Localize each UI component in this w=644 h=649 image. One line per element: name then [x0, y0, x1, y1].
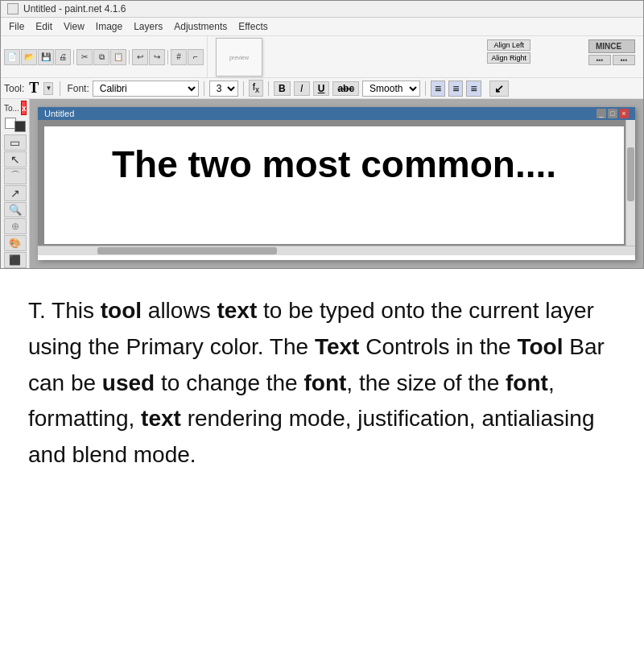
- ruler-icon[interactable]: ⌐: [188, 49, 204, 65]
- menu-layers[interactable]: Layers: [129, 19, 167, 34]
- menu-file[interactable]: File: [4, 19, 29, 34]
- paint-net-window: Untitled - paint.net 4.1.6 File Edit Vie…: [0, 0, 644, 269]
- white-page: The two most common....: [44, 126, 624, 244]
- document-canvas: Untitled _ □ × The two most common....: [38, 107, 635, 260]
- justify-left-button[interactable]: ≡: [431, 81, 445, 97]
- canvas-scroll: The two most common....: [38, 120, 635, 255]
- align-right-button[interactable]: Align Right: [487, 52, 530, 64]
- cut-icon[interactable]: ✂: [76, 49, 93, 65]
- explanation-area: T. This tool allows text to be typed ont…: [0, 269, 644, 490]
- save-icon[interactable]: 💾: [38, 49, 54, 65]
- font-size-select[interactable]: 36 24 48: [209, 81, 238, 97]
- align-section: Align Left Align Right: [487, 39, 530, 64]
- separator-4: [60, 81, 60, 96]
- align-left-button[interactable]: Align Left: [487, 39, 530, 51]
- menu-bar: File Edit View Image Layers Adjustments …: [1, 18, 643, 36]
- menu-image[interactable]: Image: [91, 19, 127, 34]
- canvas-controls: _ □ ×: [597, 109, 629, 118]
- move-tool[interactable]: ↖: [4, 151, 27, 167]
- separator-3: [167, 50, 168, 64]
- justify-center-button[interactable]: ≡: [448, 81, 463, 97]
- font-label: Font:: [67, 83, 89, 94]
- toolbar-icons-row: 📄 📂 💾 🖨 ✂ ⧉ 📋 ↩ ↪ # ⌐: [4, 49, 204, 65]
- separator-8: [425, 81, 426, 96]
- ribbon-right: preview Align Left Align Right MINCE ▪▪▪…: [208, 36, 643, 77]
- new-icon[interactable]: 📄: [4, 49, 20, 65]
- separator-1: [73, 50, 74, 64]
- canvas-title-bar: Untitled _ □ ×: [38, 107, 635, 120]
- horizontal-scroll-thumb[interactable]: [97, 247, 277, 254]
- justify-right-button[interactable]: ≡: [466, 81, 481, 97]
- text-tool-symbol: T: [29, 80, 39, 97]
- canvas-area: Untitled _ □ × The two most common....: [30, 99, 643, 268]
- undo-icon[interactable]: ↩: [132, 49, 148, 65]
- to-row: To... x: [1, 101, 29, 115]
- zoom-tool[interactable]: 🔍: [4, 202, 27, 218]
- arrow-tool[interactable]: ↗: [4, 185, 27, 201]
- more-options-button[interactable]: ↙: [489, 81, 509, 97]
- canvas-maximize-button[interactable]: □: [608, 109, 617, 118]
- grid-icon[interactable]: #: [171, 49, 187, 65]
- menu-adjustments[interactable]: Adjustments: [169, 19, 232, 34]
- vertical-scroll-thumb[interactable]: [627, 147, 634, 201]
- separator-7: [268, 81, 269, 96]
- canvas-title-text: Untitled: [44, 109, 74, 118]
- tool-label: Tool:: [4, 83, 24, 94]
- mince-button[interactable]: MINCE: [588, 39, 635, 53]
- horizontal-scrollbar[interactable]: [38, 246, 635, 255]
- print-icon[interactable]: 🖨: [55, 49, 71, 65]
- vertical-scrollbar[interactable]: [625, 120, 635, 255]
- mode-section: MINCE ▪▪▪ ▪▪▪: [588, 39, 635, 65]
- separator-6: [243, 81, 244, 96]
- paste-icon[interactable]: 📋: [110, 49, 126, 65]
- canvas-close-button[interactable]: ×: [619, 109, 629, 118]
- open-icon[interactable]: 📂: [21, 49, 37, 65]
- smooth-select[interactable]: Smooth Sharp: [362, 81, 420, 97]
- to-close-button[interactable]: x: [21, 101, 27, 115]
- magnify-tool[interactable]: ⊕: [4, 218, 27, 234]
- clone-stamp-tool[interactable]: ⬛: [4, 252, 27, 268]
- menu-effects[interactable]: Effects: [233, 19, 272, 34]
- fx-button[interactable]: fx: [249, 80, 263, 96]
- title-bar: Untitled - paint.net 4.1.6: [1, 1, 643, 18]
- font-select[interactable]: Calibri Arial Times New Roman: [93, 81, 199, 97]
- redo-icon[interactable]: ↪: [149, 49, 165, 65]
- strikethrough-button[interactable]: abc: [332, 81, 359, 96]
- extra-btn-2[interactable]: ▪▪▪: [613, 55, 635, 65]
- app-icon: [7, 3, 19, 14]
- main-content: To... x ▭ ↖ ⌒ ↗ 🔍 ⊕ 🎨 ⬛: [1, 99, 643, 268]
- italic-button[interactable]: I: [294, 81, 310, 96]
- window-title: Untitled - paint.net 4.1.6: [23, 3, 126, 14]
- left-tool-panel: To... x ▭ ↖ ⌒ ↗ 🔍 ⊕ 🎨 ⬛: [1, 99, 30, 268]
- underline-button[interactable]: U: [313, 81, 330, 96]
- bold-button[interactable]: B: [274, 81, 291, 96]
- canvas-heading-text: The two most common....: [44, 126, 624, 195]
- canvas-minimize-button[interactable]: _: [597, 109, 606, 118]
- standard-toolbar: 📄 📂 💾 🖨 ✂ ⧉ 📋 ↩ ↪ # ⌐: [1, 36, 208, 77]
- menu-edit[interactable]: Edit: [31, 19, 57, 34]
- canvas-preview: preview: [216, 38, 262, 76]
- selection-tool[interactable]: ▭: [4, 134, 27, 151]
- extra-buttons: ▪▪▪ ▪▪▪: [588, 55, 635, 65]
- tool-options-bar: Tool: T ▼ Font: Calibri Arial Times New …: [1, 78, 643, 99]
- lasso-tool[interactable]: ⌒: [4, 168, 27, 184]
- toolbar-area: 📄 📂 💾 🖨 ✂ ⧉ 📋 ↩ ↪ # ⌐ preview: [1, 36, 643, 78]
- menu-view[interactable]: View: [59, 19, 89, 34]
- separator-2: [129, 50, 130, 64]
- background-color[interactable]: [14, 121, 26, 132]
- to-label: To...: [4, 104, 19, 113]
- explanation-paragraph: T. This tool allows text to be typed ont…: [28, 293, 616, 473]
- tool-dropdown-button[interactable]: ▼: [43, 82, 53, 95]
- color-picker-tool[interactable]: 🎨: [4, 235, 27, 251]
- preview-placeholder: preview: [229, 55, 249, 60]
- copy-icon[interactable]: ⧉: [93, 49, 109, 65]
- extra-btn-1[interactable]: ▪▪▪: [588, 55, 611, 65]
- color-swatches: [5, 118, 26, 132]
- separator-5: [204, 81, 204, 96]
